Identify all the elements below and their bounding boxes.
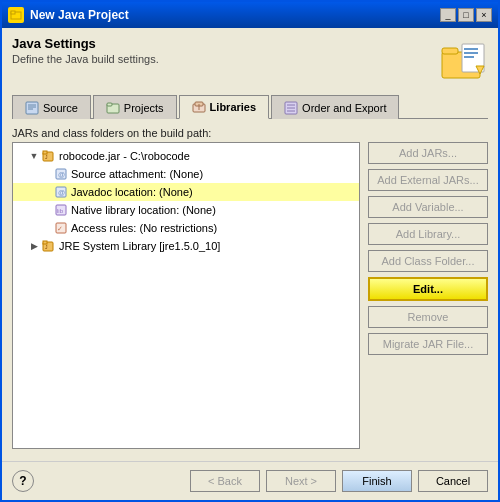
svg-text:@: @ xyxy=(58,171,65,178)
remove-button[interactable]: Remove xyxy=(368,306,488,328)
cancel-button[interactable]: Cancel xyxy=(418,470,488,492)
migrate-jar-button[interactable]: Migrate JAR File... xyxy=(368,333,488,355)
tab-projects[interactable]: Projects xyxy=(93,95,177,119)
tree-item-javadoc[interactable]: ▶ @ Javadoc location: (None) xyxy=(13,183,359,201)
source-attach-label: Source attachment: (None) xyxy=(71,168,203,180)
bottom-bar: ? < Back Next > Finish Cancel xyxy=(2,461,498,500)
source-tab-icon xyxy=(25,101,39,115)
page-title: Java Settings xyxy=(12,36,159,51)
svg-rect-5 xyxy=(464,48,478,50)
main-area: ▼ J robocode.jar - C:\robocode ▶ xyxy=(12,142,488,449)
back-button[interactable]: < Back xyxy=(190,470,260,492)
window: New Java Project _ □ × Java Settings Def… xyxy=(0,0,500,502)
svg-rect-1 xyxy=(11,11,15,14)
add-external-jars-button[interactable]: Add External JARs... xyxy=(368,169,488,191)
tree-item-jre[interactable]: ▶ J JRE System Library [jre1.5.0_10] xyxy=(13,237,359,255)
rules-icon: ✓ xyxy=(54,221,68,235)
tab-libraries-label: Libraries xyxy=(210,101,256,113)
jar-icon: J xyxy=(42,149,56,163)
tree-item-native-lib[interactable]: ▶ lib Native library location: (None) xyxy=(13,201,359,219)
tab-order-label: Order and Export xyxy=(302,102,386,114)
access-rules-label: Access rules: (No restrictions) xyxy=(71,222,217,234)
native-lib-label: Native library location: (None) xyxy=(71,204,216,216)
svg-rect-9 xyxy=(26,102,38,114)
header-section: Java Settings Define the Java build sett… xyxy=(12,36,488,84)
tree-item-source-attach[interactable]: ▶ @ Source attachment: (None) xyxy=(13,165,359,183)
lib-icon: lib xyxy=(54,203,68,217)
jre-icon: J xyxy=(42,239,56,253)
javadoc-label: Javadoc location: (None) xyxy=(71,186,193,198)
robocode-jar-label: robocode.jar - C:\robocode xyxy=(59,150,190,162)
svg-rect-6 xyxy=(464,52,478,54)
close-button[interactable]: × xyxy=(476,8,492,22)
header-text: Java Settings Define the Java build sett… xyxy=(12,36,159,65)
title-bar-left: New Java Project xyxy=(8,7,129,23)
add-class-folder-button[interactable]: Add Class Folder... xyxy=(368,250,488,272)
tab-libraries[interactable]: Libraries xyxy=(179,95,269,119)
svg-text:✓: ✓ xyxy=(57,225,63,232)
libraries-tab-icon xyxy=(192,100,206,114)
tree-item-robocode-jar[interactable]: ▼ J robocode.jar - C:\robocode xyxy=(13,147,359,165)
bottom-right: < Back Next > Finish Cancel xyxy=(190,470,488,492)
window-title: New Java Project xyxy=(30,8,129,22)
jre-label: JRE System Library [jre1.5.0_10] xyxy=(59,240,220,252)
tab-source[interactable]: Source xyxy=(12,95,91,119)
svg-rect-3 xyxy=(442,48,458,54)
buttons-panel: Add JARs... Add External JARs... Add Var… xyxy=(368,142,488,449)
help-button[interactable]: ? xyxy=(12,470,34,492)
tree-label: JARs and class folders on the build path… xyxy=(12,127,488,139)
add-jars-button[interactable]: Add JARs... xyxy=(368,142,488,164)
content: Java Settings Define the Java build sett… xyxy=(2,28,498,457)
next-button[interactable]: Next > xyxy=(266,470,336,492)
maximize-button[interactable]: □ xyxy=(458,8,474,22)
svg-rect-14 xyxy=(107,103,112,106)
tree-item-access-rules[interactable]: ▶ ✓ Access rules: (No restrictions) xyxy=(13,219,359,237)
tabs-bar: Source Projects xyxy=(12,94,488,119)
tree-panel[interactable]: ▼ J robocode.jar - C:\robocode ▶ xyxy=(12,142,360,449)
expand-icon-jre: ▶ xyxy=(29,241,39,251)
svg-text:@: @ xyxy=(58,189,65,196)
tab-source-label: Source xyxy=(43,102,78,114)
tab-order[interactable]: Order and Export xyxy=(271,95,399,119)
add-library-button[interactable]: Add Library... xyxy=(368,223,488,245)
svg-rect-7 xyxy=(464,56,474,58)
order-tab-icon xyxy=(284,101,298,115)
window-icon xyxy=(8,7,24,23)
tab-projects-label: Projects xyxy=(124,102,164,114)
page-subtitle: Define the Java build settings. xyxy=(12,53,159,65)
title-bar: New Java Project _ □ × xyxy=(2,2,498,28)
javadoc-icon: @ xyxy=(54,185,68,199)
projects-tab-icon xyxy=(106,101,120,115)
attachment-icon: @ xyxy=(54,167,68,181)
minimize-button[interactable]: _ xyxy=(440,8,456,22)
finish-button[interactable]: Finish xyxy=(342,470,412,492)
header-icon xyxy=(440,36,488,84)
add-variable-button[interactable]: Add Variable... xyxy=(368,196,488,218)
bottom-left: ? xyxy=(12,470,34,492)
edit-button[interactable]: Edit... xyxy=(368,277,488,301)
title-controls[interactable]: _ □ × xyxy=(440,8,492,22)
svg-text:lib: lib xyxy=(57,208,64,214)
expand-icon-robocode: ▼ xyxy=(29,151,39,161)
